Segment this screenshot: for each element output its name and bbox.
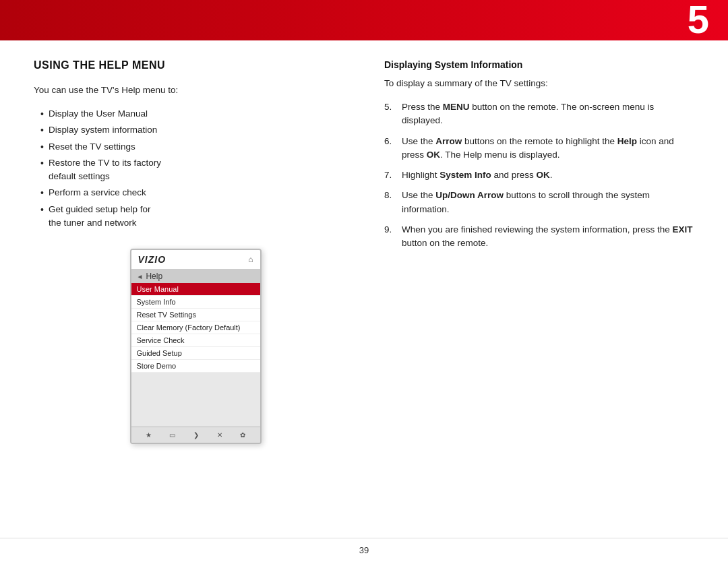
intro-text: You can use the TV's Help menu to: — [34, 85, 357, 95]
step-8-num: 8. — [384, 189, 396, 216]
tv-footer-arrow-icon: ❯ — [193, 431, 199, 439]
tv-footer: ★ ▭ ❯ ✕ ✿ — [131, 427, 260, 443]
tv-footer-gear-icon: ✿ — [240, 431, 245, 439]
tv-footer-star-icon: ★ — [146, 431, 152, 439]
tv-footer-rect-icon: ▭ — [169, 431, 175, 439]
left-column: USING THE HELP MENU You can use the TV's… — [34, 59, 357, 524]
step-6-num: 6. — [384, 135, 396, 162]
list-item: Display the User Manual — [40, 107, 357, 121]
numbered-list: 5. Press the MENU button on the remote. … — [384, 100, 694, 250]
step-5: 5. Press the MENU button on the remote. … — [384, 100, 694, 128]
step-5-text: Press the MENU button on the remote. The… — [402, 100, 694, 128]
subsection-intro: To display a summary of the TV settings: — [384, 78, 694, 88]
bullet-list: Display the User Manual Display system i… — [34, 107, 357, 230]
tv-footer-x-icon: ✕ — [217, 431, 222, 439]
home-icon: ⌂ — [248, 255, 253, 264]
step-9-num: 9. — [384, 223, 396, 251]
bottom-bar: 39 — [0, 538, 728, 562]
list-item: Reset the TV settings — [40, 140, 357, 154]
step-7-text: Highlight System Info and press OK. — [402, 168, 694, 182]
tv-mockup: VIZIO ⌂ ◄ Help User Manual System Info R… — [130, 249, 262, 444]
tv-menu-header: ◄ Help — [131, 270, 260, 283]
step-6: 6. Use the Arrow buttons on the remote t… — [384, 135, 694, 162]
step-6-text: Use the Arrow buttons on the remote to h… — [402, 135, 694, 162]
list-item: Get guided setup help forthe tuner and n… — [40, 203, 357, 230]
vizio-logo: VIZIO — [138, 254, 166, 265]
tv-header: VIZIO ⌂ — [131, 250, 260, 270]
tv-menu: ◄ Help User Manual System Info Reset TV … — [131, 270, 260, 373]
step-8: 8. Use the Up/Down Arrow buttons to scro… — [384, 189, 694, 216]
tv-menu-item-resettv: Reset TV Settings — [131, 309, 260, 321]
step-5-num: 5. — [384, 100, 396, 128]
tv-menu-item-guidedsetup: Guided Setup — [131, 347, 260, 360]
list-item: Restore the TV to its factorydefault set… — [40, 156, 357, 184]
tv-menu-header-label: Help — [146, 272, 162, 281]
top-bar: 5 — [0, 0, 728, 40]
tv-menu-item-usermanual: User Manual — [131, 283, 260, 296]
tv-menu-item-storedemo: Store Demo — [131, 360, 260, 373]
step-7-num: 7. — [384, 168, 396, 182]
section-title: USING THE HELP MENU — [34, 59, 357, 71]
step-8-text: Use the Up/Down Arrow buttons to scroll … — [402, 189, 694, 216]
right-column: Displaying System Information To display… — [384, 59, 694, 524]
step-9: 9. When you are finished reviewing the s… — [384, 223, 694, 251]
list-item: Display system information — [40, 123, 357, 137]
chapter-number: 5 — [688, 0, 709, 39]
subsection-title: Displaying System Information — [384, 59, 694, 70]
step-7: 7. Highlight System Info and press OK. — [384, 168, 694, 182]
tv-menu-item-servicecheck: Service Check — [131, 334, 260, 347]
tv-menu-item-systeminfo: System Info — [131, 296, 260, 309]
step-9-text: When you are finished reviewing the syst… — [402, 223, 694, 251]
tv-screen-area — [131, 373, 260, 427]
list-item: Perform a service check — [40, 186, 357, 199]
tv-menu-arrow-left: ◄ — [137, 273, 144, 280]
tv-mockup-container: VIZIO ⌂ ◄ Help User Manual System Info R… — [34, 249, 357, 444]
page-number: 39 — [359, 545, 369, 555]
tv-menu-item-clearmemory: Clear Memory (Factory Default) — [131, 321, 260, 334]
main-content: USING THE HELP MENU You can use the TV's… — [0, 46, 728, 538]
